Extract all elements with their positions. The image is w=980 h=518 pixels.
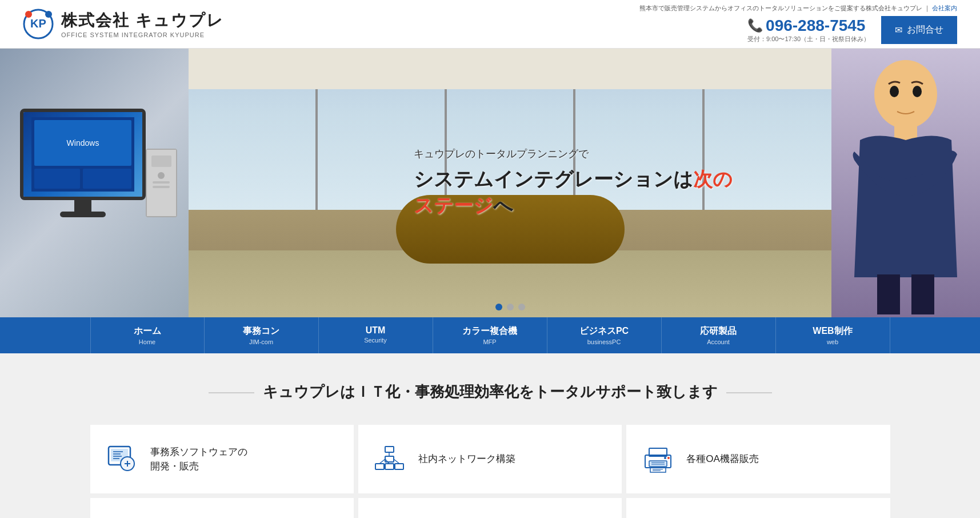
- service-card-oa[interactable]: 各種OA機器販売: [626, 425, 890, 493]
- logo-company-sub: OFFICE SYSTEM INTEGRATOR KYUPURE: [61, 31, 224, 38]
- network-icon: [373, 442, 407, 476]
- phone-hours: 受付：9:00〜17:30（土・日・祝祭日休み）: [747, 35, 870, 43]
- svg-rect-34: [385, 464, 394, 469]
- svg-rect-13: [153, 186, 170, 188]
- svg-rect-19: [877, 274, 900, 314]
- svg-point-42: [664, 457, 666, 459]
- nav-label-jimcon: 事務コン: [210, 325, 313, 337]
- slide-indicators: [495, 304, 525, 310]
- nav-sub-jimcon: JIM-com: [210, 338, 313, 345]
- svg-rect-44: [650, 468, 666, 472]
- nav-label-home: ホーム: [97, 325, 198, 337]
- pc-tower: [146, 149, 177, 217]
- header-right: 熊本市で販売管理システムからオフィスのトータルソリューションをご提案する株式会社…: [639, 4, 957, 44]
- service-label-oa: 各種OA機器販売: [686, 452, 759, 467]
- hero-right-panel: [831, 49, 980, 317]
- slide-dot-3[interactable]: [518, 304, 525, 310]
- nav-label-web: WEB制作: [782, 325, 884, 337]
- slide-dot-1[interactable]: [495, 304, 502, 310]
- hero-text-overlay: キュウプレのトータルプランニングで システムインテグレーションは次のステージへ: [414, 147, 735, 219]
- nav-item-pc[interactable]: ビジネスPC businessPC: [547, 317, 662, 353]
- svg-line-31: [379, 459, 385, 464]
- hero-center-panel: キュウプレのトータルプランニングで システムインテグレーションは次のステージへ: [189, 49, 831, 317]
- nav-sub-account: Account: [667, 338, 770, 345]
- nav-item-jimcon[interactable]: 事務コン JIM-com: [205, 317, 319, 353]
- service-card-it-goods[interactable]: IT関連消耗品販売: [90, 498, 354, 518]
- monitor-shape: Windows: [20, 109, 146, 200]
- character-figure: [831, 49, 980, 317]
- nav-item-account[interactable]: 応研製品 Account: [662, 317, 776, 353]
- nav-sub-home: Home: [97, 338, 198, 345]
- nav-item-utm[interactable]: UTM Security: [319, 317, 433, 353]
- nav-item-web[interactable]: WEB制作 web: [776, 317, 890, 353]
- svg-rect-35: [395, 464, 403, 469]
- mail-icon: ✉: [895, 25, 902, 35]
- phone-block: 📞 096-288-7545 受付：9:00〜17:30（土・日・祝祭日休み）: [747, 17, 870, 43]
- service-grid: 事務系ソフトウェアの開発・販売 社内ネットワーク構築: [90, 425, 890, 518]
- service-card-security[interactable]: ネットワークセキュリティ・PC保守: [358, 498, 622, 518]
- nav-sub-web: web: [782, 338, 884, 345]
- logo-icon: KP: [23, 9, 54, 40]
- svg-text:Windows: Windows: [67, 138, 99, 148]
- nav-sub-utm: Security: [325, 337, 427, 344]
- service-card-support[interactable]: サポート業務: [626, 498, 890, 518]
- monitor-base: [60, 212, 106, 217]
- section-title: キュウプレはＩＴ化・事務処理効率化をトータルサポート致します: [23, 382, 957, 402]
- svg-line-32: [394, 459, 399, 464]
- support-icon: [641, 515, 675, 518]
- svg-rect-20: [911, 274, 934, 314]
- header-tagline: 熊本市で販売管理システムからオフィスのトータルソリューションをご提案する株式会社…: [639, 4, 957, 13]
- nav-label-utm: UTM: [325, 325, 427, 336]
- main-content: キュウプレはＩＴ化・事務処理効率化をトータルサポート致します 事務系ソフトウェア…: [0, 353, 980, 518]
- svg-point-17: [890, 86, 899, 97]
- phone-icon: 📞: [747, 18, 763, 33]
- svg-rect-7: [83, 169, 131, 189]
- logo-company-name: 株式会社 キュウプレ: [61, 10, 224, 31]
- service-card-network[interactable]: 社内ネットワーク構築: [358, 425, 622, 493]
- svg-rect-16: [894, 123, 917, 140]
- hero-left-image: Windows: [0, 49, 189, 317]
- character-svg: [831, 49, 980, 317]
- computer-illustration: Windows: [14, 97, 174, 269]
- svg-point-18: [913, 86, 922, 97]
- nav-item-mfp[interactable]: カラー複合機 MFP: [433, 317, 547, 353]
- phone-number: 📞 096-288-7545: [747, 17, 865, 35]
- nav-label-mfp: カラー複合機: [439, 325, 541, 337]
- svg-point-2: [25, 11, 32, 18]
- svg-rect-39: [649, 461, 667, 467]
- svg-rect-33: [375, 464, 384, 469]
- svg-point-3: [45, 11, 52, 18]
- service-card-software[interactable]: 事務系ソフトウェアの開発・販売: [90, 425, 354, 493]
- svg-rect-28: [385, 447, 394, 452]
- software-icon: [105, 442, 139, 476]
- svg-point-43: [667, 457, 670, 459]
- service-label-software: 事務系ソフトウェアの開発・販売: [150, 445, 247, 474]
- svg-rect-10: [151, 156, 171, 167]
- nav-sub-mfp: MFP: [439, 338, 541, 345]
- tower-detail: [147, 150, 176, 216]
- contact-row: 📞 096-288-7545 受付：9:00〜17:30（土・日・祝祭日休み） …: [747, 16, 957, 44]
- inquiry-button[interactable]: ✉ お問合せ: [881, 16, 957, 44]
- hero-title: システムインテグレーションは次のステージへ: [414, 166, 735, 219]
- svg-rect-6: [34, 169, 80, 189]
- svg-text:KP: KP: [30, 17, 46, 30]
- security-icon: [373, 515, 407, 518]
- svg-point-11: [158, 172, 165, 179]
- company-info-link[interactable]: 会社案内: [932, 5, 957, 11]
- it-goods-icon: [105, 515, 139, 518]
- logo-text: 株式会社 キュウプレ OFFICE SYSTEM INTEGRATOR KYUP…: [61, 10, 224, 38]
- hero-left-panel: Windows: [0, 49, 189, 317]
- monitor-screen: Windows: [23, 112, 142, 197]
- slide-dot-2[interactable]: [507, 304, 514, 310]
- site-header: KP 株式会社 キュウプレ OFFICE SYSTEM INTEGRATOR K…: [0, 0, 980, 49]
- oa-icon: [641, 442, 675, 476]
- hero-subtitle: キュウプレのトータルプランニングで: [414, 147, 735, 161]
- service-label-network: 社内ネットワーク構築: [418, 452, 515, 467]
- svg-point-15: [874, 60, 937, 129]
- screen-content: Windows: [31, 117, 134, 192]
- svg-rect-12: [153, 181, 170, 184]
- nav-item-home[interactable]: ホーム Home: [90, 317, 205, 353]
- logo-block: KP 株式会社 キュウプレ OFFICE SYSTEM INTEGRATOR K…: [23, 9, 224, 40]
- nav-sub-pc: businessPC: [553, 338, 655, 345]
- room-ceiling: [189, 49, 831, 89]
